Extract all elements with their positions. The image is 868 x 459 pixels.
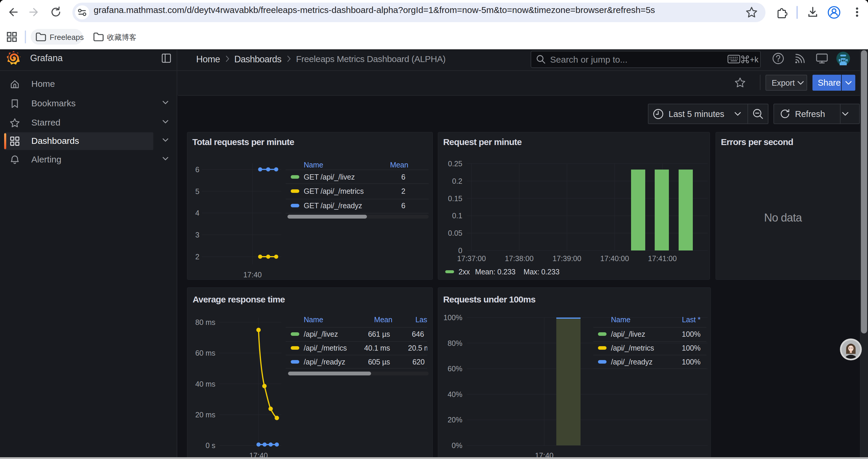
svg-text:0.2: 0.2 [452, 177, 462, 185]
svg-text:17:41:00: 17:41:00 [648, 254, 677, 263]
svg-text:80%: 80% [447, 339, 462, 347]
svg-text:40%: 40% [447, 390, 462, 398]
svg-text:80 ms: 80 ms [195, 318, 215, 326]
svg-text:0 s: 0 s [206, 441, 215, 450]
svg-text:5: 5 [195, 187, 199, 196]
svg-text:17:40: 17:40 [243, 270, 262, 279]
svg-text:2: 2 [195, 253, 199, 261]
svg-text:60%: 60% [447, 364, 462, 373]
svg-text:20%: 20% [447, 416, 462, 424]
svg-text:0: 0 [458, 246, 462, 255]
svg-text:100%: 100% [443, 314, 462, 322]
svg-text:17:37:00: 17:37:00 [457, 254, 486, 263]
svg-text:17:40:00: 17:40:00 [600, 254, 629, 263]
svg-text:60 ms: 60 ms [195, 349, 215, 357]
svg-text:0%: 0% [452, 441, 462, 450]
svg-text:0.25: 0.25 [448, 160, 462, 168]
svg-text:0.1: 0.1 [452, 211, 462, 220]
svg-text:20 ms: 20 ms [195, 411, 215, 419]
svg-text:4: 4 [195, 209, 199, 217]
svg-text:6: 6 [195, 165, 199, 174]
svg-text:0.15: 0.15 [448, 194, 462, 203]
svg-text:17:39:00: 17:39:00 [553, 254, 581, 263]
svg-text:0.05: 0.05 [448, 229, 462, 237]
svg-text:40 ms: 40 ms [195, 380, 215, 388]
svg-text:3: 3 [195, 231, 199, 239]
svg-text:17:38:00: 17:38:00 [505, 254, 533, 263]
